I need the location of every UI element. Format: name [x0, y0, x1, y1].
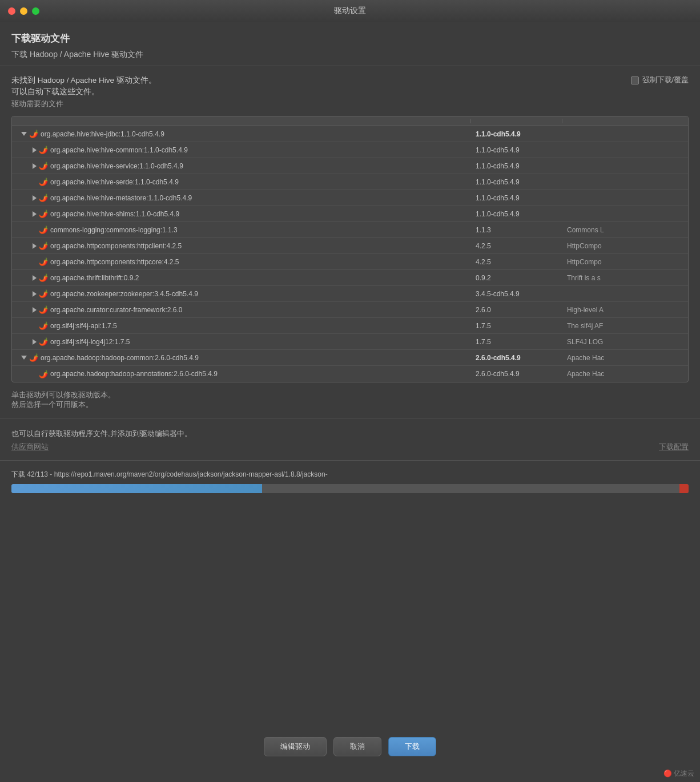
dependency-version[interactable]: 2.6.0-cdh5.4.9 — [471, 352, 562, 364]
dependency-description — [562, 148, 688, 152]
table-row[interactable]: 🌶️commons-logging:commons-logging:1.1.31… — [12, 222, 688, 238]
force-download-area[interactable]: 强制下载/覆盖 — [631, 75, 689, 85]
table-row[interactable]: 🌶️org.apache.hive:hive-jdbc:1.1.0-cdh5.4… — [12, 126, 688, 142]
chili-icon: 🌶️ — [39, 194, 48, 202]
chili-icon: 🌶️ — [39, 225, 48, 234]
expand-down-icon[interactable] — [21, 356, 27, 360]
dependency-name: org.apache.hive:hive-common:1.1.0-cdh5.4… — [50, 146, 188, 154]
expand-down-icon[interactable] — [21, 132, 27, 136]
dependency-name: org.apache.hadoop:hadoop-annotations:2.6… — [50, 370, 218, 378]
dependency-description: HttpCompo — [562, 240, 688, 252]
edit-driver-button[interactable]: 编辑驱动 — [264, 737, 327, 756]
dependency-table: 🌶️org.apache.hive:hive-jdbc:1.1.0-cdh5.4… — [11, 116, 689, 382]
cancel-button[interactable]: 取消 — [333, 737, 381, 756]
dependency-version[interactable]: 1.7.5 — [471, 336, 562, 348]
dependency-description: Commons L — [562, 224, 688, 236]
chili-icon: 🌶️ — [39, 241, 48, 250]
footer-note1: 单击驱动列可以修改驱动版本。 — [11, 390, 689, 400]
section-subtitle: 下载 Hadoop / Apache Hive 驱动文件 — [11, 50, 689, 60]
expand-right-icon[interactable] — [33, 275, 37, 281]
footer-note2: 然后选择一个可用版本。 — [11, 400, 689, 410]
dependency-version[interactable]: 1.1.0-cdh5.4.9 — [471, 160, 562, 172]
dependency-version[interactable]: 1.1.0-cdh5.4.9 — [471, 144, 562, 156]
table-row[interactable]: 🌶️org.apache.zookeeper:zookeeper:3.4.5-c… — [12, 286, 688, 302]
table-row[interactable]: 🌶️org.apache.hive:hive-shims:1.1.0-cdh5.… — [12, 206, 688, 222]
close-button[interactable] — [8, 7, 15, 15]
dependency-version[interactable]: 1.1.0-cdh5.4.9 — [471, 176, 562, 188]
window-controls[interactable] — [8, 7, 39, 15]
dependency-description — [562, 164, 688, 168]
dependency-version[interactable]: 3.4.5-cdh5.4.9 — [471, 288, 562, 300]
table-row[interactable]: 🌶️org.apache.httpcomponents:httpcore:4.2… — [12, 254, 688, 270]
dependency-name: org.apache.zookeeper:zookeeper:3.4.5-cdh… — [50, 290, 198, 298]
dependency-version[interactable]: 1.1.0-cdh5.4.9 — [471, 128, 562, 140]
chili-icon: 🌶️ — [39, 337, 48, 346]
chili-icon: 🌶️ — [39, 162, 48, 170]
section-main-title: 下载驱动文件 — [11, 32, 689, 45]
chili-icon: 🌶️ — [39, 178, 48, 186]
table-row[interactable]: 🌶️org.slf4j:slf4j-log4j12:1.7.51.7.5SLF4… — [12, 334, 688, 350]
table-row[interactable]: 🌶️org.apache.hive:hive-serde:1.1.0-cdh5.… — [12, 174, 688, 190]
dependency-version[interactable]: 1.1.3 — [471, 224, 562, 236]
chili-icon: 🌶️ — [39, 321, 48, 330]
download-config-link[interactable]: 下载配置 — [659, 442, 689, 452]
dependency-version[interactable]: 1.1.0-cdh5.4.9 — [471, 192, 562, 204]
dependency-name: org.apache.httpcomponents:httpclient:4.2… — [50, 242, 182, 250]
expand-right-icon[interactable] — [33, 195, 37, 201]
footer-note: 单击驱动列可以修改驱动版本。 然后选择一个可用版本。 — [0, 387, 700, 412]
table-row[interactable]: 🌶️org.apache.httpcomponents:httpclient:4… — [12, 238, 688, 254]
expand-right-icon[interactable] — [33, 291, 37, 297]
chili-icon: 🌶️ — [29, 130, 38, 138]
expand-right-icon[interactable] — [33, 163, 37, 169]
table-row[interactable]: 🌶️org.slf4j:slf4j-api:1.7.51.7.5The slf4… — [12, 318, 688, 334]
maximize-button[interactable] — [32, 7, 39, 15]
dependency-version[interactable]: 1.7.5 — [471, 320, 562, 332]
expand-right-icon[interactable] — [33, 339, 37, 345]
watermark-icon: 🔴 — [663, 769, 672, 777]
dependency-description: Thrift is a s — [562, 272, 688, 284]
minimize-button[interactable] — [20, 7, 27, 15]
dependency-name: org.apache.hive:hive-serde:1.1.0-cdh5.4.… — [50, 178, 179, 186]
table-row[interactable]: 🌶️org.apache.hive:hive-metastore:1.1.0-c… — [12, 190, 688, 206]
progress-stop-button[interactable] — [679, 484, 689, 493]
download-button[interactable]: 下载 — [388, 737, 436, 756]
also-section: 也可以自行获取驱动程序文件,并添加到驱动编辑器中。 — [0, 424, 700, 440]
dependency-description: SLF4J LOG — [562, 336, 688, 348]
dependency-name: org.slf4j:slf4j-api:1.7.5 — [50, 322, 117, 330]
table-row[interactable]: 🌶️org.apache.hive:hive-service:1.1.0-cdh… — [12, 158, 688, 174]
vendor-link[interactable]: 供应商网站 — [11, 442, 49, 452]
window-title: 驱动设置 — [334, 6, 366, 16]
expand-right-icon[interactable] — [33, 307, 37, 313]
expand-right-icon[interactable] — [33, 147, 37, 153]
chili-icon: 🌶️ — [29, 353, 38, 362]
expand-right-icon[interactable] — [33, 211, 37, 217]
separator1 — [0, 418, 700, 418]
dependency-description: The slf4j AF — [562, 320, 688, 332]
dependency-version[interactable]: 0.9.2 — [471, 272, 562, 284]
dependency-name: org.apache.hive:hive-shims:1.1.0-cdh5.4.… — [50, 210, 179, 218]
force-download-checkbox[interactable] — [631, 76, 639, 84]
dependency-name: org.apache.httpcomponents:httpcore:4.2.5 — [50, 258, 179, 266]
buttons-row: 编辑驱动 取消 下载 — [0, 729, 700, 767]
dependency-description — [562, 212, 688, 216]
message-line1: 未找到 Hadoop / Apache Hive 驱动文件。 — [11, 75, 156, 86]
chili-icon: 🌶️ — [39, 257, 48, 266]
dependency-version[interactable]: 4.2.5 — [471, 256, 562, 268]
also-text: 也可以自行获取驱动程序文件,并添加到驱动编辑器中。 — [11, 429, 689, 439]
dependency-version[interactable]: 4.2.5 — [471, 240, 562, 252]
table-row[interactable]: 🌶️org.apache.hive:hive-common:1.1.0-cdh5… — [12, 142, 688, 158]
dependency-description: High-level A — [562, 304, 688, 316]
table-row[interactable]: 🌶️org.apache.curator:curator-framework:2… — [12, 302, 688, 318]
dependency-version[interactable]: 2.6.0-cdh5.4.9 — [471, 368, 562, 380]
dependency-description — [562, 292, 688, 296]
dependency-name: org.apache.hive:hive-service:1.1.0-cdh5.… — [50, 162, 183, 170]
dependency-version[interactable]: 1.1.0-cdh5.4.9 — [471, 208, 562, 220]
table-body: 🌶️org.apache.hive:hive-jdbc:1.1.0-cdh5.4… — [12, 126, 688, 382]
chili-icon: 🌶️ — [39, 370, 48, 378]
table-row[interactable]: 🌶️org.apache.hadoop:hadoop-annotations:2… — [12, 366, 688, 382]
table-row[interactable]: 🌶️org.apache.thrift:libthrift:0.9.20.9.2… — [12, 270, 688, 286]
table-row[interactable]: 🌶️org.apache.hadoop:hadoop-common:2.6.0-… — [12, 350, 688, 366]
expand-right-icon[interactable] — [33, 243, 37, 249]
col-description — [562, 119, 688, 123]
dependency-version[interactable]: 2.6.0 — [471, 304, 562, 316]
